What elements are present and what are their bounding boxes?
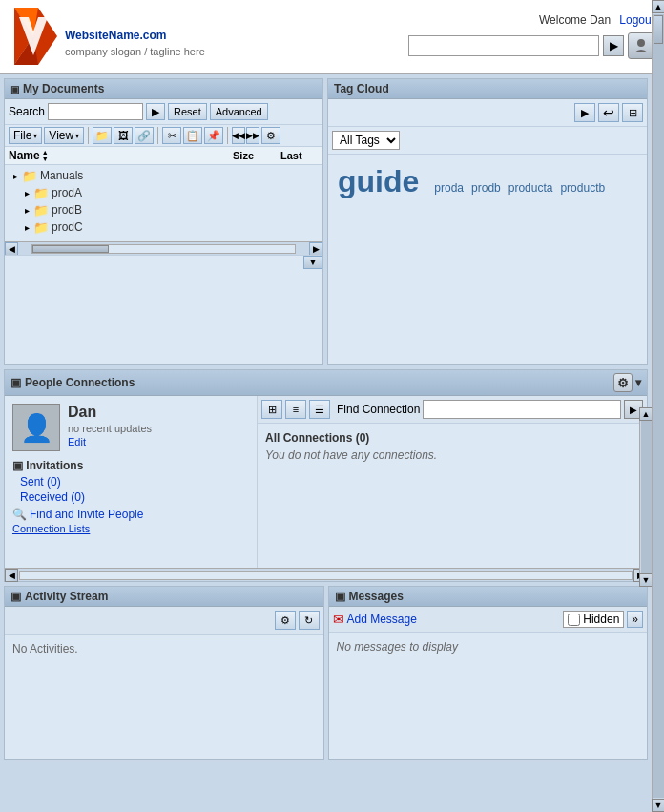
tree-item-manuals[interactable]: ▸ 📁 Manuals (5, 167, 322, 184)
folder-icon-btn[interactable]: 📁 (93, 127, 112, 144)
scroll-right-arrow[interactable]: ▶ (309, 242, 322, 256)
received-link[interactable]: Received (0) (20, 490, 249, 504)
reset-button[interactable]: Reset (168, 103, 207, 120)
settings-icon-btn[interactable]: ⚙ (261, 127, 280, 144)
scroll-up-arrow[interactable]: ▲ (652, 0, 664, 13)
tag-filter-select[interactable]: All Tags (332, 131, 400, 150)
tree-toggle-proda[interactable]: ▸ (20, 186, 33, 199)
connection-list-link[interactable]: Connection Lists (12, 523, 249, 534)
copy-icon-btn[interactable]: 📋 (183, 127, 202, 144)
link-icon-btn[interactable]: 🔗 (135, 127, 154, 144)
advanced-button[interactable]: Advanced (210, 103, 268, 120)
right-scrollbar[interactable]: ▲ ▼ (652, 0, 664, 812)
messages-collapse-btn[interactable]: ▣ (335, 590, 345, 603)
name-sort-arrows[interactable]: ▲▼ (42, 149, 49, 162)
people-scroll-up[interactable]: ▲ (639, 407, 653, 421)
h-scroll-left[interactable]: ◀ (5, 569, 18, 582)
user-icon (633, 37, 650, 54)
activity-settings-btn[interactable]: ⚙ (275, 611, 296, 630)
activity-empty-msg: No Activities. (12, 642, 78, 656)
pc-gear-button[interactable]: ⚙ (613, 373, 633, 392)
tag-word-prodb[interactable]: prodb (471, 181, 501, 195)
view-dropdown[interactable]: View ▾ (44, 127, 84, 144)
messages-toolbar: ✉ Add Message Hidden » (329, 607, 648, 633)
search-input[interactable] (48, 103, 143, 120)
col-name-header: Name ▲▼ (9, 149, 233, 162)
person-status: no recent updates (68, 423, 152, 434)
tree-toggle-prodb[interactable]: ▸ (20, 203, 33, 217)
my-documents-file-toolbar: File ▾ View ▾ 📁 🖼 🔗 ✂ 📋 📌 (5, 125, 322, 147)
scroll-track (653, 14, 664, 798)
prev-arrow[interactable]: ◀◀ (232, 127, 245, 144)
my-documents-scrollbar[interactable]: ◀ ▶ (5, 241, 322, 255)
people-h-scrollbar[interactable]: ◀ ▶ (5, 568, 647, 581)
site-tagline: company slogan / tagline here (65, 46, 205, 57)
header-search-button[interactable]: ▶ (603, 35, 624, 56)
tag-word-proda[interactable]: proda (434, 181, 464, 195)
tree-label-prodc: prodC (52, 220, 83, 234)
tree-item-prodb[interactable]: ▸ 📁 prodB (5, 201, 322, 219)
cut-icon-btn[interactable]: ✂ (162, 127, 181, 144)
pc-header-left: ▣ People Connections (10, 376, 135, 389)
activity-collapse-btn[interactable]: ▣ (10, 590, 21, 603)
header-user-icon[interactable] (628, 32, 654, 59)
tag-back-btn[interactable]: ↩ (598, 103, 619, 122)
folder-icon-prodc: 📁 (33, 220, 49, 234)
scroll-down-arrow[interactable]: ▼ (652, 799, 664, 812)
image-icon-btn[interactable]: 🖼 (114, 127, 133, 144)
people-connections-panel: ▣ People Connections ⚙ ▾ 👤 Dan (4, 369, 648, 582)
tag-word-productb[interactable]: productb (560, 181, 605, 195)
invitations-collapse[interactable]: ▣ (12, 459, 23, 472)
add-message-icon: ✉ (333, 612, 344, 627)
scroll-thumb[interactable] (32, 245, 109, 253)
tag-cloud-filter-toolbar: All Tags (328, 127, 647, 155)
view-list-btn[interactable]: ≡ (285, 400, 306, 419)
person-edit-link[interactable]: Edit (68, 436, 152, 448)
col-size-header: Size (233, 150, 280, 161)
find-people-link[interactable]: Find and Invite People (30, 508, 143, 521)
messages-hidden-checkbox-area: Hidden » (563, 611, 643, 628)
view-grid-btn[interactable]: ⊞ (261, 400, 282, 419)
hidden-checkbox-wrapper[interactable]: Hidden (563, 611, 624, 628)
tag-word-producta[interactable]: producta (508, 181, 553, 195)
tag-nav-btn[interactable]: ▶ (574, 103, 595, 122)
sent-link[interactable]: Sent (0) (20, 475, 249, 489)
scroll-track (31, 244, 296, 254)
add-message-label: Add Message (347, 613, 417, 626)
connections-empty-msg: You do not have any connections. (265, 448, 639, 462)
header-search-input[interactable] (408, 35, 599, 56)
pc-collapse-btn[interactable]: ▣ (10, 376, 21, 389)
tree-toggle-prodc[interactable]: ▸ (20, 220, 33, 234)
activity-stream-title: Activity Stream (25, 590, 108, 603)
tag-grid-btn[interactable]: ⊞ (622, 103, 643, 122)
people-inner-scrollbar[interactable]: ▲ ▼ (639, 407, 652, 587)
tree-item-proda[interactable]: ▸ 📁 prodA (5, 184, 322, 201)
next-arrow[interactable]: ▶▶ (246, 127, 259, 144)
tree-toggle-manuals[interactable]: ▸ (9, 169, 22, 182)
logout-link[interactable]: Logout (619, 13, 654, 27)
tag-guide-word[interactable]: guide (338, 164, 419, 199)
scroll-thumb[interactable] (654, 15, 663, 44)
scroll-left-arrow[interactable]: ◀ (5, 242, 18, 256)
search-go-button[interactable]: ▶ (146, 103, 165, 120)
file-dropdown[interactable]: File ▾ (9, 127, 42, 144)
pc-title: People Connections (25, 376, 135, 389)
my-documents-collapse[interactable]: ▣ (10, 84, 19, 94)
pc-gear-arrow[interactable]: ▾ (635, 376, 641, 389)
view-detail-btn[interactable]: ☰ (309, 400, 330, 419)
people-scroll-down[interactable]: ▼ (639, 573, 653, 587)
pc-gear-area: ⚙ ▾ (613, 373, 641, 392)
find-connection-input[interactable] (423, 400, 621, 419)
messages-expand-btn[interactable]: » (627, 611, 643, 628)
expand-arrow[interactable]: ▼ (303, 256, 322, 269)
hidden-checkbox[interactable] (568, 614, 580, 626)
add-message-button[interactable]: ✉ Add Message (333, 612, 417, 627)
find-people-section[interactable]: 🔍 Find and Invite People (12, 508, 249, 521)
activity-refresh-btn[interactable]: ↻ (299, 611, 320, 630)
nav-arrows: ◀◀ ▶▶ (232, 127, 259, 144)
tree-label-prodb: prodB (52, 203, 82, 217)
paste-icon-btn[interactable]: 📌 (204, 127, 223, 144)
tree-item-prodc[interactable]: ▸ 📁 prodC (5, 219, 322, 236)
view-dropdown-arrow: ▾ (75, 132, 79, 140)
tree-label-manuals: Manuals (40, 169, 83, 182)
